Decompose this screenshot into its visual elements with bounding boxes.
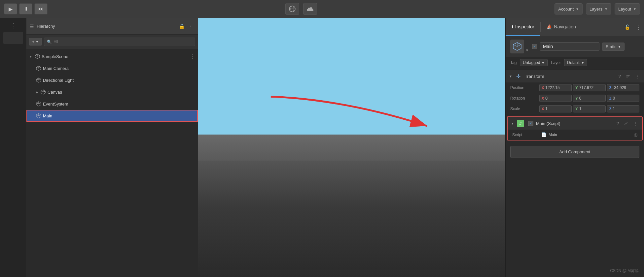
gameobject-icon-eventsystem — [36, 101, 42, 107]
list-item-main[interactable]: Main — [26, 110, 198, 122]
tag-arrow-icon: ▼ — [541, 61, 545, 65]
inspector-lock-icon[interactable]: 🔓 — [622, 24, 633, 30]
gameobject-icon-dirlight — [36, 77, 42, 83]
script-settings-icon[interactable]: ⇄ — [623, 120, 629, 127]
list-item-canvas[interactable]: ▶ Canvas — [26, 86, 198, 98]
rotation-fields: X 0 Y 0 Z 0 — [539, 95, 639, 102]
search-icon: 🔍 — [47, 40, 52, 44]
inspector-tabs: ℹ Inspector ⛵ Navigation 🔓 ⋮ — [506, 18, 644, 36]
item-label-main: Main — [43, 113, 52, 118]
toolbar-right-controls: Account ▼ Layers ▼ Layout ▼ — [555, 3, 640, 15]
tab-inspector[interactable]: ℹ Inspector — [506, 18, 540, 36]
tab-inspector-label: Inspector — [515, 24, 534, 29]
left-strip-menu[interactable]: ⋮ — [9, 21, 18, 31]
pos-x-value: 1227.15 — [545, 85, 559, 90]
svg-line-6 — [37, 55, 40, 56]
list-item-directional-light[interactable]: Directional Light — [26, 74, 198, 86]
script-name: Main — [549, 133, 557, 137]
script-header[interactable]: ▼ # ✓ Main (Script) ? ⇄ ⋮ — [508, 117, 642, 130]
list-item-eventsystem[interactable]: EventSystem — [26, 98, 198, 110]
scale-fields: X 1 Y 1 Z 1 — [539, 105, 639, 112]
account-label: Account — [558, 7, 574, 12]
svg-line-5 — [35, 55, 37, 56]
go-active-checkbox[interactable]: ✓ — [532, 44, 537, 49]
play-button[interactable]: ▶ — [4, 3, 17, 15]
pause-button[interactable]: ⏸ — [19, 3, 32, 15]
transform-settings-icon[interactable]: ⇄ — [625, 73, 631, 79]
go-name-row: ✓ Static ▼ — [532, 42, 639, 51]
layer-dropdown[interactable]: Default ▼ — [564, 59, 587, 66]
item-label-eventsystem: EventSystem — [43, 102, 68, 107]
rotation-row: Rotation X 0 Y 0 Z 0 — [506, 93, 644, 104]
rot-z-field[interactable]: Z 0 — [607, 95, 639, 102]
scale-z-value: 1 — [613, 107, 615, 111]
transform-help-icon[interactable]: ? — [617, 73, 622, 79]
inspector-kebab-icon[interactable]: ⋮ — [633, 23, 644, 31]
hierarchy-title: Hierarchy — [37, 24, 176, 29]
hierarchy-panel: ☰ Hierarchy 🔓 ⋮ + ▼ 🔍 All ▼ — [26, 18, 198, 277]
layout-dropdown[interactable]: Layout ▼ — [615, 3, 640, 15]
strip-button-1[interactable] — [3, 32, 23, 44]
pos-y-field[interactable]: Y 717.672 — [573, 84, 605, 91]
position-fields: X 1227.15 Y 717.672 Z -34.929 — [539, 84, 639, 91]
account-arrow-icon: ▼ — [576, 7, 579, 11]
script-active-checkbox[interactable]: ✓ — [528, 121, 533, 126]
item-label-dirlight: Directional Light — [43, 78, 74, 83]
layers-arrow-icon: ▼ — [604, 7, 608, 11]
inspector-panel: ℹ Inspector ⛵ Navigation 🔓 ⋮ ▼ — [505, 18, 644, 277]
tag-dropdown[interactable]: Untagged ▼ — [520, 59, 548, 66]
list-item-main-camera[interactable]: Main Camera — [26, 62, 198, 74]
transform-header[interactable]: ▼ ✛ Transform ? ⇄ ⋮ — [506, 70, 644, 82]
hierarchy-toolbar: + ▼ 🔍 All — [26, 35, 198, 49]
rot-z-value: 0 — [613, 96, 615, 101]
scale-z-field[interactable]: Z 1 — [607, 105, 639, 112]
rot-y-field[interactable]: Y 0 — [573, 95, 605, 102]
layout-arrow-icon: ▼ — [633, 7, 636, 11]
script-target-icon[interactable]: ◎ — [634, 132, 637, 137]
scale-z-axis: Z — [609, 107, 612, 111]
tab-navigation[interactable]: ⛵ Navigation — [541, 18, 582, 36]
persp-icon-btn[interactable] — [285, 3, 299, 15]
rot-y-value: 0 — [579, 96, 582, 101]
hierarchy-header: ☰ Hierarchy 🔓 ⋮ — [26, 18, 198, 35]
scale-row: Scale X 1 Y 1 Z 1 — [506, 104, 644, 114]
scale-x-value: 1 — [545, 107, 548, 111]
hierarchy-kebab-icon[interactable]: ⋮ — [187, 23, 195, 30]
script-kebab-icon[interactable]: ⋮ — [632, 120, 639, 127]
static-label: Static — [606, 44, 617, 49]
add-component-button[interactable]: Add Component — [510, 146, 639, 158]
position-row: Position X 1227.15 Y 717.672 Z -34.929 — [506, 82, 644, 93]
gameobject-icon-canvas — [40, 89, 46, 95]
hierarchy-lock-icon[interactable]: 🔓 — [179, 24, 185, 29]
cloud-icon-btn[interactable] — [303, 3, 317, 15]
scene-row-samplescene[interactable]: ▼ SampleScene ⋮ — [26, 50, 198, 62]
rot-x-field[interactable]: X 0 — [539, 95, 572, 102]
step-button[interactable]: ⏭ — [34, 3, 48, 15]
hierarchy-search-box[interactable]: 🔍 All — [44, 38, 196, 46]
scene-view[interactable] — [198, 18, 505, 277]
script-collapse-icon: ▼ — [511, 122, 514, 125]
pos-x-field[interactable]: X 1227.15 — [539, 84, 572, 91]
item-label-canvas: Canvas — [48, 90, 62, 95]
go-static-button[interactable]: Static ▼ — [602, 43, 625, 51]
layers-dropdown[interactable]: Layers ▼ — [586, 3, 611, 15]
svg-line-22 — [39, 103, 41, 104]
static-arrow-icon: ▼ — [618, 45, 621, 48]
hierarchy-add-button[interactable]: + ▼ — [29, 38, 42, 46]
account-dropdown[interactable]: Account ▼ — [555, 3, 583, 15]
scene-options-icon[interactable]: ⋮ — [190, 53, 195, 60]
transform-collapse-icon: ▼ — [509, 75, 512, 78]
layout-label: Layout — [618, 7, 631, 12]
svg-line-18 — [43, 91, 46, 92]
scale-x-field[interactable]: X 1 — [539, 105, 572, 112]
scale-y-field[interactable]: Y 1 — [573, 105, 605, 112]
script-value-display: 📄 Main — [541, 132, 557, 137]
script-field-label: Script — [512, 133, 539, 137]
go-name-input[interactable] — [540, 42, 599, 51]
go-expand-icon[interactable]: ▼ — [525, 48, 529, 52]
script-help-icon[interactable]: ? — [615, 120, 620, 127]
pos-z-axis: Z — [609, 86, 612, 90]
pos-z-field[interactable]: Z -34.929 — [607, 84, 639, 91]
transform-kebab-icon[interactable]: ⋮ — [634, 73, 641, 79]
search-placeholder: All — [54, 40, 58, 44]
